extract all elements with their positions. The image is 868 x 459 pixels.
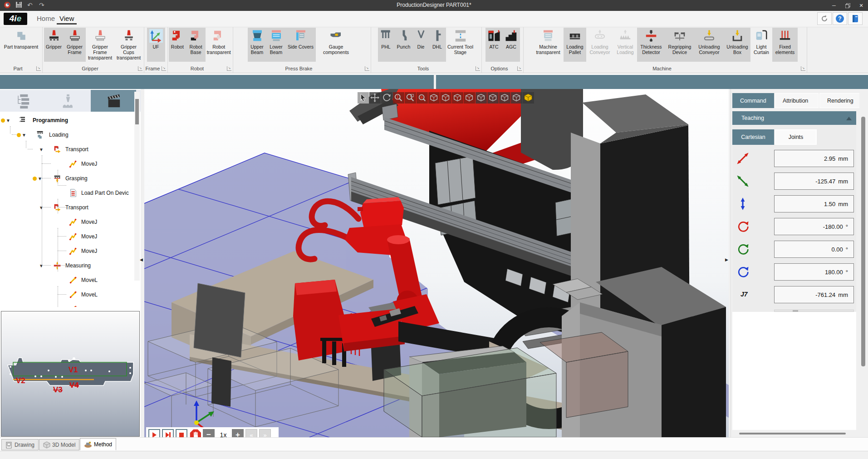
app-menu-button[interactable]: 4ie <box>4 13 27 25</box>
ribbon-button-unloading-box[interactable]: Unloading Box <box>724 28 750 62</box>
group-dialog-launcher-icon[interactable]: ↘ <box>162 66 166 71</box>
next-button[interactable]: » <box>259 429 271 437</box>
close-button[interactable]: ✕ <box>854 0 868 11</box>
collapse-left-icon[interactable]: ◀ <box>140 257 143 262</box>
ribbon-button-punch[interactable]: Punch <box>394 28 413 62</box>
group-dialog-launcher-icon[interactable]: ↘ <box>36 66 41 71</box>
document-tab-method[interactable]: Method <box>80 438 116 450</box>
tree-item-label[interactable]: Grasping <box>65 175 88 182</box>
jog-y-icon[interactable] <box>736 174 750 188</box>
group-dialog-launcher-icon[interactable]: ↘ <box>138 66 142 71</box>
tree-scrollbar[interactable] <box>134 92 140 281</box>
tree-item-transport[interactable]: ▼Transport <box>0 143 132 155</box>
ribbon-button-gripper-frame[interactable]: Gripper Frame <box>64 28 86 62</box>
jog-value-4[interactable]: -180.00° <box>774 218 854 235</box>
tree-item-label[interactable]: Measuring <box>65 262 91 269</box>
tree-item-movel[interactable]: MoveL <box>0 274 132 286</box>
teaching-section-header[interactable]: Teaching <box>732 111 856 125</box>
play-button[interactable] <box>148 429 160 437</box>
viewport-tool-zoom-fit[interactable] <box>417 92 428 104</box>
right-scrollbar-thumb[interactable] <box>861 117 865 366</box>
ribbon-button-robot[interactable]: Robot <box>169 28 186 62</box>
group-dialog-launcher-icon[interactable]: ↘ <box>227 66 231 71</box>
ribbon-button-gauge-components[interactable]: Gauge components <box>316 28 357 62</box>
tree-item[interactable] <box>0 303 132 307</box>
tree-item-label[interactable]: Programming <box>33 117 68 123</box>
viewport-tool-pan[interactable] <box>369 92 381 104</box>
stop-button[interactable] <box>176 429 187 437</box>
left-toolbar-probe-view[interactable] <box>45 90 91 112</box>
pause-button[interactable] <box>189 429 201 437</box>
rot-z-icon[interactable] <box>736 265 750 279</box>
tree-item-movej[interactable]: MoveJ <box>0 158 132 170</box>
left-document-header[interactable] <box>0 74 434 89</box>
tree-expander-icon[interactable]: ▼ <box>39 205 44 210</box>
manual-icon[interactable] <box>848 12 863 25</box>
rot-y-icon[interactable] <box>736 242 750 256</box>
viewport-tool-view-f[interactable] <box>487 92 499 104</box>
tree-item-loading[interactable]: ▼Loading <box>0 129 132 141</box>
jog-value-2[interactable]: -125.47mm <box>774 173 854 190</box>
speed-up-button[interactable]: + <box>232 429 244 437</box>
tree-item-label[interactable]: Load Part On Devic <box>81 190 129 196</box>
left-toolbar-tree-view[interactable] <box>0 90 45 112</box>
viewport-tool-view-g[interactable] <box>499 92 510 104</box>
rot-x-icon[interactable] <box>736 220 750 233</box>
viewport-tool-zoom-window[interactable] <box>405 92 416 104</box>
tree-item-label[interactable]: MoveJ <box>81 219 97 225</box>
coord-tab-cartesian[interactable]: Cartesian <box>732 129 774 145</box>
viewport-tool-zoom[interactable] <box>393 92 404 104</box>
right-panel-hscrollbar[interactable] <box>739 433 846 434</box>
tab-view[interactable]: View <box>57 14 77 25</box>
ribbon-button-gripper-frame-transparent[interactable]: Gripper Frame transparent <box>86 28 115 62</box>
restore-button[interactable] <box>841 0 854 11</box>
jog-value-1[interactable]: 2.95mm <box>774 150 854 167</box>
tree-scrollbar-thumb[interactable] <box>135 99 139 124</box>
ribbon-button-uf[interactable]: UF <box>147 28 165 62</box>
tree-expander-icon[interactable]: ▼ <box>39 263 44 268</box>
tree-item-label[interactable]: MoveJ <box>81 233 97 240</box>
tree-item-label[interactable]: Transport <box>65 146 88 153</box>
jog-z-icon[interactable] <box>736 197 750 211</box>
part-preview-panel[interactable]: V1 V2 V3 V4 <box>1 311 140 437</box>
tree-item-measuring[interactable]: ▼Measuring <box>0 260 132 271</box>
help-icon[interactable]: ? <box>833 12 847 25</box>
ribbon-button-side-covers[interactable]: Side Covers <box>286 28 316 62</box>
viewport-tool-view-h[interactable] <box>511 92 522 104</box>
document-tab-3d-model[interactable]: 3D Model <box>39 439 79 450</box>
tree-item-grasping[interactable]: ▼Grasping <box>0 173 132 184</box>
ribbon-button-gripper[interactable]: Gripper <box>44 28 64 62</box>
group-dialog-launcher-icon[interactable]: ↘ <box>517 66 522 71</box>
tree-expander-icon[interactable]: ▼ <box>17 133 26 138</box>
ribbon-button-robot-transparent[interactable]: Robot transparent <box>206 28 232 62</box>
right-panel-scrollbar[interactable] <box>859 89 867 432</box>
prev-button[interactable]: « <box>245 429 257 437</box>
jog-value-3[interactable]: 1.50mm <box>774 195 854 212</box>
ribbon-button-unloading-conveyor[interactable]: Unloading Conveyor <box>694 28 724 62</box>
ribbon-button-phl[interactable]: PHL <box>378 28 394 62</box>
ribbon-button-atc[interactable]: ATC <box>485 28 503 62</box>
group-dialog-launcher-icon[interactable]: ↘ <box>801 66 805 71</box>
left-toolbar-method-view[interactable] <box>91 90 136 112</box>
ribbon-button-regripping-device[interactable]: Regripping Device <box>665 28 694 62</box>
minimize-button[interactable]: ─ <box>827 0 841 11</box>
ribbon-button-agc[interactable]: AGC <box>503 28 520 62</box>
ribbon-button-part-transparent[interactable]: Part transparent <box>2 28 41 62</box>
ribbon-button-light-curtain[interactable]: Light Curtain <box>750 28 772 62</box>
ribbon-button-loading-pallet[interactable]: Loading Pallet <box>564 28 586 62</box>
document-tab-drawing[interactable]: Drawing <box>1 439 39 450</box>
ribbon-button-lower-beam[interactable]: Lower Beam <box>267 28 286 62</box>
group-dialog-launcher-icon[interactable]: ↘ <box>365 66 369 71</box>
tab-home[interactable]: Home <box>34 14 58 23</box>
tree-expander-icon[interactable]: ▼ <box>39 147 44 152</box>
jog-value-5[interactable]: 0.00° <box>774 241 854 258</box>
refresh-icon[interactable] <box>817 12 832 25</box>
jog-x-icon[interactable] <box>736 152 750 165</box>
ribbon-button-gripper-cups-transparent[interactable]: Gripper Cups transparent <box>115 28 143 62</box>
tree-expander-icon[interactable]: ▼ <box>33 176 42 181</box>
tab-attribution[interactable]: Attribution <box>775 93 819 108</box>
viewport-tool-view-e[interactable] <box>476 92 487 104</box>
right-document-header[interactable] <box>436 74 868 89</box>
ribbon-button-thickness-detector[interactable]: Thickness Detector <box>637 28 665 62</box>
tree-item-label[interactable]: MoveL <box>81 277 98 283</box>
